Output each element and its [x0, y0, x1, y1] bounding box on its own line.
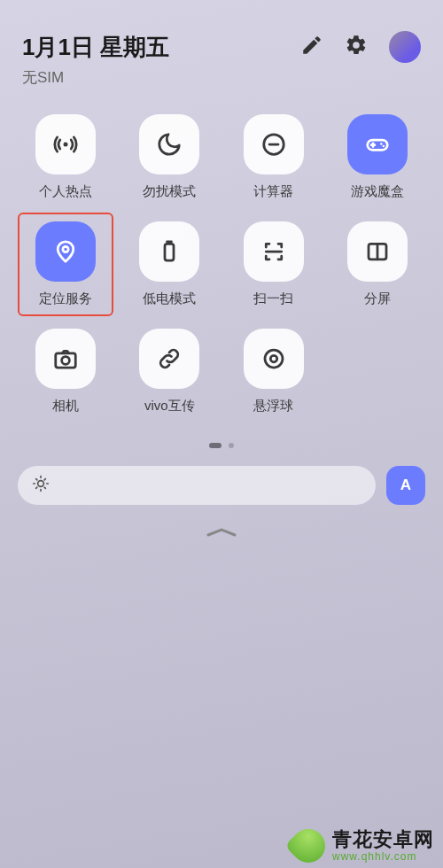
link-icon	[156, 345, 183, 372]
page-dot	[209, 443, 222, 448]
toggle-location[interactable]: 定位服务	[13, 211, 118, 318]
quick-toggle-grid: 个人热点 勿扰模式 计算器 游戏魔盒 定位服务 低电模式 扫一扫 分屏 相机 v…	[0, 104, 443, 425]
page-dot	[229, 443, 234, 448]
calculator-icon	[260, 131, 287, 158]
toggle-label: 定位服务	[39, 291, 92, 307]
svg-point-11	[270, 355, 277, 362]
toggle-label: 悬浮球	[253, 398, 293, 415]
toggle-hotspot[interactable]: 个人热点	[13, 104, 118, 211]
toggle-label: 游戏魔盒	[351, 183, 404, 200]
brightness-slider[interactable]	[18, 466, 376, 505]
auto-brightness-button[interactable]: A	[386, 466, 425, 505]
collapse-handle[interactable]	[0, 505, 443, 560]
gamepad-icon	[364, 131, 391, 158]
svg-point-9	[61, 357, 69, 365]
toggle-label: 扫一扫	[253, 291, 293, 307]
hotspot-icon	[52, 131, 79, 158]
profile-avatar[interactable]	[389, 31, 421, 63]
toggle-label: 低电模式	[143, 291, 196, 307]
toggle-vivoshare[interactable]: vivo互传	[118, 318, 222, 425]
watermark-logo	[291, 829, 325, 863]
watermark-url: www.qhhlv.com	[332, 851, 434, 863]
target-icon	[260, 345, 287, 372]
toggle-gamebox[interactable]: 游戏魔盒	[326, 104, 431, 211]
toggle-label: 计算器	[253, 183, 293, 200]
toggle-split[interactable]: 分屏	[326, 211, 431, 318]
brightness-icon	[32, 475, 50, 496]
svg-point-5	[63, 246, 68, 252]
moon-icon	[156, 131, 183, 158]
source-watermark: 青花安卓网 www.qhhlv.com	[283, 824, 443, 868]
toggle-lowpower[interactable]: 低电模式	[118, 211, 222, 318]
toggle-calculator[interactable]: 计算器	[222, 104, 326, 211]
battery-icon	[156, 238, 183, 265]
scan-icon	[260, 238, 287, 265]
location-icon	[52, 238, 79, 265]
page-indicator	[0, 425, 443, 466]
watermark-title: 青花安卓网	[332, 829, 434, 850]
status-header: 1月1日 星期五	[0, 0, 443, 67]
camera-icon	[52, 345, 79, 372]
toggle-scan[interactable]: 扫一扫	[222, 211, 326, 318]
toggle-label: 勿扰模式	[143, 183, 196, 200]
svg-point-3	[380, 143, 383, 145]
toggle-label: 分屏	[364, 291, 391, 307]
brightness-row: A	[0, 466, 443, 505]
toggle-float[interactable]: 悬浮球	[222, 318, 326, 425]
toggle-dnd[interactable]: 勿扰模式	[118, 104, 222, 211]
toggle-label: 相机	[52, 398, 79, 415]
svg-rect-6	[165, 244, 174, 260]
split-icon	[364, 238, 391, 265]
toggle-label: 个人热点	[39, 183, 92, 200]
settings-icon[interactable]	[345, 34, 368, 60]
svg-point-4	[383, 145, 385, 148]
toggle-camera[interactable]: 相机	[13, 318, 118, 425]
svg-point-0	[63, 143, 67, 147]
sim-status: 无SIM	[0, 67, 443, 104]
toggle-label: vivo互传	[144, 398, 195, 415]
svg-point-12	[38, 481, 44, 487]
svg-point-10	[265, 350, 283, 368]
edit-icon[interactable]	[300, 34, 323, 60]
date-text: 1月1日 星期五	[22, 32, 300, 63]
